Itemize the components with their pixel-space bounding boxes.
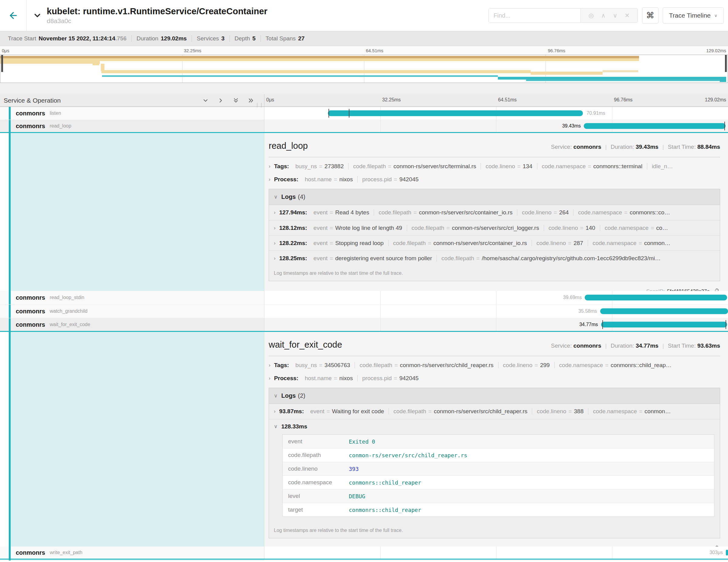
span-operation-name: listen bbox=[50, 111, 61, 116]
span-name-cell[interactable]: conmonrs watch_grandchild bbox=[0, 305, 264, 318]
log-entry[interactable]: › 93.87ms: event=Waiting for exit codeco… bbox=[269, 404, 720, 419]
process-key: process.pid bbox=[362, 375, 392, 381]
back-button[interactable] bbox=[0, 0, 27, 31]
log-field-key: code.filepath bbox=[393, 408, 426, 414]
span-name-cell[interactable]: conmonrs read_loop bbox=[0, 120, 264, 132]
span-timeline-cell[interactable]: 39.69ms bbox=[264, 291, 728, 305]
find-box: ◎ ∧ ∨ ✕ bbox=[488, 8, 638, 23]
log-field-pill: code.filepath=conmon-rs/server/src/conta… bbox=[388, 240, 532, 246]
log-field-value: conmon… bbox=[645, 408, 671, 414]
span-name-cell[interactable]: conmonrs wait_for_exit_code bbox=[0, 318, 264, 331]
span-service-name: conmonrs bbox=[16, 110, 45, 117]
span-row[interactable]: conmonrs read_loop 39.43ms bbox=[0, 120, 728, 133]
chevron-right-icon: › bbox=[269, 163, 270, 169]
find-input[interactable] bbox=[489, 9, 580, 22]
log-field-key: code.namespace bbox=[593, 240, 637, 246]
log-entry[interactable]: › 127.94ms: event=Read 4 bytescode.filep… bbox=[269, 205, 720, 220]
chevron-right-icon: › bbox=[274, 209, 276, 216]
log-entry[interactable]: › 128.25ms: event=deregistering event so… bbox=[269, 250, 720, 266]
log-field-value: conmon-rs/server/src/child_reaper.rs bbox=[434, 408, 527, 414]
span-row[interactable]: conmonrs write_exit_path 303μs bbox=[0, 547, 728, 560]
log-entry[interactable]: › 128.12ms: event=Wrote log line of leng… bbox=[269, 220, 720, 235]
tag-value: conmon-rs/server/src/child_reaper.rs bbox=[400, 362, 493, 368]
span-timeline-cell[interactable]: 70.91ms bbox=[264, 107, 728, 120]
detail-title-row: wait_for_exit_code Service: conmonrs | D… bbox=[269, 340, 720, 350]
field-value: conmonrs::child_reaper bbox=[349, 479, 421, 486]
span-operation-name: read_loop_stdin bbox=[50, 295, 84, 300]
page-title: kubelet: runtime.v1.RuntimeService/Creat… bbox=[47, 6, 267, 16]
trace-minimap[interactable] bbox=[0, 55, 728, 83]
log-field-row: code.namespace conmonrs::child_reaper bbox=[283, 475, 714, 489]
minimap-span-segment bbox=[720, 77, 726, 82]
process-row[interactable]: › Process: host.name=nixosprocess.pid=94… bbox=[269, 173, 720, 186]
process-pill: process.pid=942045 bbox=[357, 176, 423, 182]
log-field-value: 287 bbox=[573, 240, 583, 246]
log-field-pill: event=Waiting for exit code bbox=[306, 408, 389, 414]
service-operation-label: Service & Operation bbox=[4, 97, 61, 104]
span-row[interactable]: conmonrs wait_for_exit_code 34.77ms bbox=[0, 318, 728, 332]
minimap-left-scrubber[interactable] bbox=[1, 55, 3, 72]
span-row[interactable]: conmonrs watch_grandchild 35.58ms bbox=[0, 305, 728, 318]
deep-link-icon[interactable] bbox=[713, 288, 719, 291]
span-row[interactable]: conmonrs read_loop_stdin 39.69ms bbox=[0, 291, 728, 305]
logs-header[interactable]: ∨ Logs (4) bbox=[269, 189, 720, 205]
process-value: 942045 bbox=[399, 176, 418, 182]
tags-row[interactable]: › Tags: busy_ns=34506763code.filepath=co… bbox=[269, 359, 720, 372]
tags-row[interactable]: › Tags: busy_ns=273882code.filepath=conm… bbox=[269, 160, 720, 173]
log-entries: › 127.94ms: event=Read 4 bytescode.filep… bbox=[269, 205, 720, 266]
collapse-one-icon[interactable] bbox=[202, 97, 209, 104]
span-service-name: conmonrs bbox=[16, 294, 45, 301]
find-clear-icon[interactable]: ✕ bbox=[624, 12, 630, 19]
span-name-cell[interactable]: conmonrs listen bbox=[0, 107, 264, 120]
find-next-icon[interactable]: ∨ bbox=[613, 12, 617, 19]
collapse-header-button[interactable] bbox=[33, 11, 42, 20]
span-name-cell[interactable]: conmonrs write_exit_path bbox=[0, 547, 264, 559]
log-field-value: 264 bbox=[559, 209, 569, 216]
detail-left-highlight bbox=[9, 332, 264, 547]
span-bar[interactable] bbox=[585, 295, 727, 301]
process-row[interactable]: › Process: host.name=nixosprocess.pid=94… bbox=[269, 372, 720, 385]
summary-label: Total Spans bbox=[266, 35, 296, 42]
span-bar[interactable] bbox=[726, 550, 728, 556]
span-bar[interactable] bbox=[584, 123, 726, 129]
span-duration-label: 70.91ms bbox=[587, 111, 605, 116]
logs-header[interactable]: ∨ Logs (2) bbox=[269, 388, 720, 404]
expand-all-icon[interactable] bbox=[248, 97, 254, 104]
span-bar[interactable] bbox=[328, 111, 583, 116]
view-selector-button[interactable]: Trace Timeline ∨ bbox=[663, 7, 724, 24]
span-bar[interactable] bbox=[601, 322, 727, 328]
column-resize-grip[interactable]: ❘❘ bbox=[255, 102, 264, 107]
span-timeline-cell[interactable]: 303μs bbox=[264, 547, 728, 559]
timeline-header-ticks: 0μs32.25ms64.51ms96.76ms129.02ms bbox=[264, 94, 728, 107]
log-marker-tick bbox=[726, 320, 726, 329]
field-key: code.filepath bbox=[283, 452, 349, 458]
span-bar[interactable] bbox=[600, 308, 728, 314]
log-entry[interactable]: › 128.22ms: event=Stopping read loopcode… bbox=[269, 235, 720, 250]
tag-key: code.lineno bbox=[503, 362, 532, 368]
keyboard-shortcuts-button[interactable]: ⌘ bbox=[642, 7, 658, 24]
expanded-log-header[interactable]: ∨ 128.33ms bbox=[269, 419, 720, 434]
chevron-right-icon: › bbox=[274, 408, 276, 414]
minimap-right-scrubber[interactable] bbox=[725, 55, 727, 72]
process-pills: host.name=nixosprocess.pid=942045 bbox=[300, 375, 423, 382]
expand-one-icon[interactable] bbox=[217, 97, 224, 104]
detail-left-gutter bbox=[0, 133, 264, 291]
span-timeline-cell[interactable]: 39.43ms bbox=[264, 120, 728, 132]
chevron-right-icon: › bbox=[269, 375, 270, 381]
summary-item: Trace StartNovember 15 2022, 11:24:14.75… bbox=[3, 35, 132, 42]
tag-pill: code.filepath=conmon-rs/server/src/termi… bbox=[348, 163, 481, 169]
span-row[interactable]: conmonrs listen 70.91ms bbox=[0, 107, 728, 120]
equals-sign: = bbox=[319, 163, 322, 169]
span-name-cell[interactable]: conmonrs read_loop_stdin bbox=[0, 291, 264, 305]
chevron-right-icon: › bbox=[274, 240, 276, 246]
collapse-all-icon[interactable] bbox=[233, 97, 239, 104]
tag-value: 273882 bbox=[325, 163, 344, 169]
tag-key: code.filepath bbox=[359, 362, 392, 368]
span-timeline-cell[interactable]: 35.58ms bbox=[264, 305, 728, 318]
minimap-span-segment bbox=[0, 56, 639, 58]
span-timeline-cell[interactable]: 34.77ms bbox=[264, 318, 728, 331]
find-prev-icon[interactable]: ∧ bbox=[601, 12, 606, 19]
locate-icon[interactable]: ◎ bbox=[589, 12, 594, 19]
logs-count: (2) bbox=[298, 392, 305, 399]
span-detail-wait-for-exit-code: wait_for_exit_code Service: conmonrs | D… bbox=[0, 332, 728, 547]
